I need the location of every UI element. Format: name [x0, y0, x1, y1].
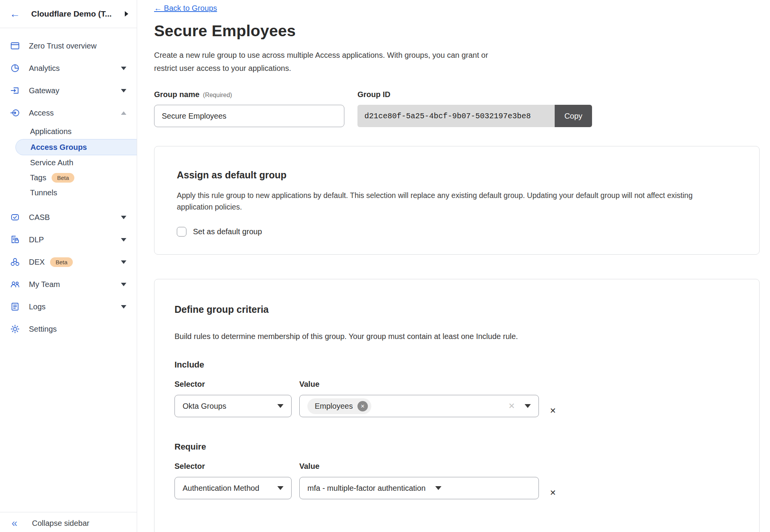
group-name-label: Group name	[154, 90, 200, 99]
group-name-id-row: Group name (Required) Group ID d21ce80f-…	[154, 90, 770, 127]
sidebar-item-label: Applications	[30, 127, 72, 136]
chevron-down-icon	[525, 404, 531, 408]
require-rule-row: Authentication Method mfa - multiple-fac…	[174, 471, 739, 499]
group-id-value: d21ce80f-5a25-4bcf-9b07-5032197e3be8	[357, 105, 555, 127]
dlp-doc-lock-icon	[10, 235, 20, 245]
set-default-group-checkbox[interactable]	[177, 227, 186, 237]
sidebar-item-casb[interactable]: CASB	[0, 206, 137, 228]
set-default-group-label: Set as default group	[193, 227, 262, 236]
gateway-icon	[10, 86, 20, 96]
sidebar-item-label: Access	[29, 109, 54, 117]
sidebar-item-label: Tags	[30, 173, 46, 182]
sidebar-nav: Zero Trust overview Analytics Gateway	[0, 28, 137, 512]
group-name-field-group: Group name (Required)	[154, 90, 344, 127]
assign-default-group-description: Apply this rule group to new application…	[177, 190, 720, 213]
overview-window-icon	[10, 41, 20, 51]
sidebar: ← Cloudflare Demo (T... Zero Trust overv…	[0, 0, 137, 532]
sidebar-item-logs[interactable]: Logs	[0, 295, 137, 318]
sidebar-item-label: Access Groups	[30, 143, 87, 152]
sidebar-item-analytics[interactable]: Analytics	[0, 57, 137, 79]
chevron-down-icon[interactable]	[121, 305, 126, 309]
sidebar-item-applications[interactable]: Applications	[0, 124, 137, 139]
sidebar-item-label: Settings	[29, 325, 57, 334]
sidebar-item-access[interactable]: Access	[0, 102, 137, 124]
sidebar-item-settings[interactable]: Settings	[0, 318, 137, 340]
group-name-input[interactable]	[154, 105, 344, 127]
chevron-down-icon	[277, 404, 284, 408]
value-column-label: Value	[299, 462, 319, 471]
casb-shield-check-icon	[10, 212, 20, 223]
collapse-sidebar-button[interactable]: « Collapse sidebar	[0, 512, 137, 532]
include-value-combobox[interactable]: Employees ✕ ✕	[299, 395, 539, 417]
collapse-sidebar-label: Collapse sidebar	[32, 519, 89, 528]
require-selector-value: Authentication Method	[183, 484, 259, 493]
caret-right-icon[interactable]	[125, 11, 128, 17]
chevron-down-icon	[277, 486, 284, 490]
criteria-description: Build rules to determine membership of t…	[174, 332, 739, 341]
sidebar-item-tags[interactable]: Tags Beta	[0, 170, 137, 185]
sidebar-item-label: DEX	[29, 258, 45, 267]
settings-gear-icon	[10, 324, 20, 334]
define-group-criteria-heading: Define group criteria	[174, 304, 739, 315]
collapse-chevrons-icon: «	[12, 518, 17, 529]
include-rule-row: Okta Groups Employees ✕ ✕ ✕	[174, 389, 739, 417]
include-selector-value: Okta Groups	[183, 402, 226, 411]
selector-column-label: Selector	[174, 462, 292, 471]
chevron-down-icon[interactable]	[121, 260, 126, 264]
require-section-heading: Require	[174, 442, 739, 452]
include-selector-dropdown[interactable]: Okta Groups	[174, 395, 292, 417]
sidebar-item-zero-trust-overview[interactable]: Zero Trust overview	[0, 35, 137, 57]
main-content: ← Back to Groups Secure Employees Create…	[137, 0, 770, 532]
set-default-group-row[interactable]: Set as default group	[177, 227, 737, 237]
app-window: ← Cloudflare Demo (T... Zero Trust overv…	[0, 0, 770, 532]
remove-require-rule-button[interactable]: ✕	[550, 488, 556, 497]
copy-button[interactable]: Copy	[555, 105, 592, 127]
require-column-labels: Selector Value	[174, 462, 739, 471]
sidebar-item-label: Tunnels	[30, 188, 57, 197]
chip-remove-icon[interactable]: ✕	[357, 401, 368, 411]
sidebar-item-label: My Team	[29, 280, 60, 289]
define-group-criteria-card: Define group criteria Build rules to det…	[154, 279, 760, 532]
chevron-up-icon[interactable]	[121, 111, 126, 115]
beta-badge: Beta	[50, 257, 73, 267]
sidebar-item-access-groups[interactable]: Access Groups	[15, 139, 137, 155]
sidebar-header: ← Cloudflare Demo (T...	[0, 0, 137, 28]
chevron-down-icon[interactable]	[121, 283, 126, 286]
sidebar-item-gateway[interactable]: Gateway	[0, 79, 137, 102]
back-to-groups-link[interactable]: ← Back to Groups	[154, 4, 217, 13]
assign-default-group-heading: Assign as default group	[177, 170, 737, 181]
clear-values-icon[interactable]: ✕	[508, 401, 515, 411]
value-chip-label: Employees	[315, 402, 353, 411]
beta-badge: Beta	[52, 173, 74, 183]
sidebar-item-label: Service Auth	[30, 158, 73, 167]
account-title[interactable]: Cloudflare Demo (T...	[31, 9, 122, 18]
sidebar-item-label: Analytics	[29, 64, 60, 73]
back-arrow-icon[interactable]: ←	[10, 9, 20, 19]
require-value-text: mfa - multiple-factor authentication	[307, 484, 426, 493]
sidebar-item-dex[interactable]: DEX Beta	[0, 251, 137, 273]
logs-list-icon	[10, 302, 20, 312]
sidebar-item-service-auth[interactable]: Service Auth	[0, 155, 137, 170]
require-selector-dropdown[interactable]: Authentication Method	[174, 477, 292, 499]
group-id-field-group: Group ID d21ce80f-5a25-4bcf-9b07-5032197…	[357, 90, 592, 127]
sidebar-item-label: DLP	[29, 235, 44, 244]
sidebar-item-label: CASB	[29, 213, 50, 222]
sidebar-item-tunnels[interactable]: Tunnels	[0, 185, 137, 200]
chevron-down-icon[interactable]	[121, 89, 126, 92]
assign-default-group-card: Assign as default group Apply this rule …	[154, 146, 760, 255]
include-column-labels: Selector Value	[174, 380, 739, 389]
selector-column-label: Selector	[174, 380, 292, 389]
sidebar-item-my-team[interactable]: My Team	[0, 273, 137, 295]
chevron-down-icon[interactable]	[121, 216, 126, 219]
group-id-label: Group ID	[357, 90, 391, 99]
chevron-down-icon[interactable]	[121, 67, 126, 70]
required-hint: (Required)	[203, 92, 232, 99]
value-chip: Employees ✕	[307, 398, 371, 414]
require-value-dropdown[interactable]: mfa - multiple-factor authentication	[299, 477, 539, 499]
page-description: Create a new rule group to use across mu…	[154, 49, 508, 75]
access-login-icon	[10, 108, 20, 118]
remove-include-rule-button[interactable]: ✕	[550, 406, 556, 415]
chevron-down-icon[interactable]	[121, 238, 126, 242]
team-people-icon	[10, 279, 20, 290]
sidebar-item-dlp[interactable]: DLP	[0, 228, 137, 251]
